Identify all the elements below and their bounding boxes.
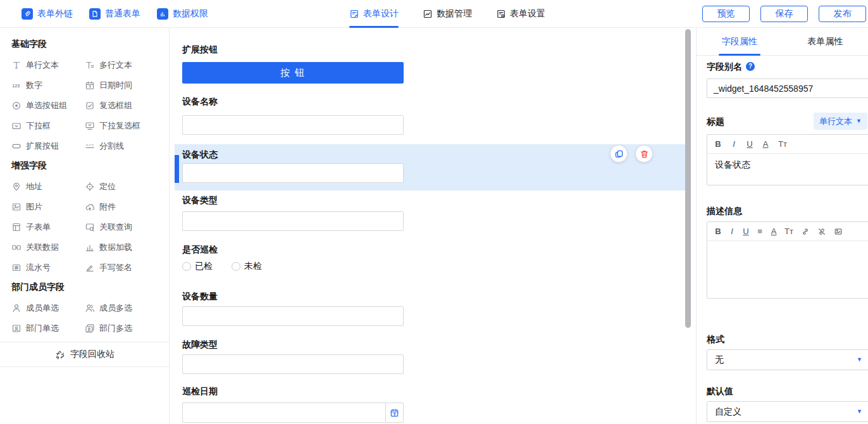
form-external-link-item[interactable]: 表单外链 <box>22 8 73 20</box>
default-value-select[interactable]: 自定义 ▼ <box>707 401 868 422</box>
underline-button[interactable]: U <box>743 227 749 236</box>
field-item-number[interactable]: 123数字 <box>10 75 84 96</box>
image-icon <box>11 202 22 212</box>
field-alias-label: 字段别名 <box>707 61 742 72</box>
unlink-icon[interactable] <box>817 227 826 236</box>
field-item-radio-group[interactable]: 单选按钮组 <box>10 96 84 116</box>
address-icon <box>11 182 22 192</box>
calendar-icon <box>390 408 399 418</box>
tab-form-design[interactable]: 表单设计 <box>349 0 399 28</box>
recycle-icon <box>54 349 65 360</box>
field-item-linked-data[interactable]: 关联数据 <box>10 237 84 258</box>
field-item-data-load[interactable]: 数据加载 <box>84 237 160 258</box>
chevron-down-icon: ▼ <box>856 118 862 124</box>
field-item-linked-query[interactable]: 关联查询 <box>84 217 160 237</box>
device-name-label: 设备名称 <box>182 95 218 108</box>
field-item-single-text[interactable]: 单行文本 <box>10 55 84 75</box>
device-type-input[interactable] <box>182 211 404 231</box>
tab-field-properties[interactable]: 字段属性 <box>697 28 783 55</box>
field-item-address[interactable]: 地址 <box>10 177 84 197</box>
radio-option-unchecked[interactable]: 未检 <box>232 261 262 272</box>
field-type-dropdown[interactable]: 单行文本 ▼ <box>814 113 867 130</box>
description-label: 描述信息 <box>707 205 742 216</box>
field-item-divider[interactable]: 分割线 <box>84 136 160 156</box>
description-editor[interactable]: B I U ≡ A Tᴛ <box>707 221 868 299</box>
text-multi-icon <box>85 60 95 70</box>
help-icon[interactable]: ? <box>746 62 755 71</box>
format-value: 无 <box>715 354 724 366</box>
topbar-left-group: 表单外链 普通表单 数据权限 <box>22 0 208 28</box>
insert-image-icon[interactable] <box>834 227 843 236</box>
field-item-serial[interactable]: 流水号 <box>10 258 84 278</box>
field-item-multi-text[interactable]: 多行文本 <box>84 55 160 75</box>
field-item-locate[interactable]: 定位 <box>84 177 160 197</box>
tab-data-manage[interactable]: 数据管理 <box>423 0 472 28</box>
title-editor[interactable]: B I U A Tᴛ 设备状态 <box>707 134 868 185</box>
device-name-input[interactable] <box>182 115 404 135</box>
field-alias-input[interactable]: _widget_1648452558957 <box>707 78 868 98</box>
ext-button-preview[interactable]: 按 钮 <box>182 62 404 84</box>
preview-button[interactable]: 预览 <box>702 6 750 22</box>
radio-option-checked[interactable]: 已检 <box>182 261 213 272</box>
member-single-icon <box>11 303 22 313</box>
data-permission-item[interactable]: 数据权限 <box>157 8 208 20</box>
copy-field-button[interactable] <box>611 146 627 162</box>
format-select[interactable]: 无 ▼ <box>707 349 868 370</box>
field-item-image[interactable]: 图片 <box>10 197 84 217</box>
field-item-subform[interactable]: 子表单 <box>10 217 84 237</box>
font-color-button[interactable]: A <box>762 139 769 149</box>
link-icon[interactable] <box>801 227 810 236</box>
description-editor-toolbar: B I U ≡ A Tᴛ <box>707 222 868 241</box>
device-status-input[interactable] <box>182 163 404 183</box>
radio-group-icon <box>11 101 22 111</box>
field-item-signature[interactable]: 手写签名 <box>84 258 160 278</box>
field-type-value: 单行文本 <box>819 116 852 127</box>
bold-button[interactable]: B <box>715 139 721 149</box>
delete-field-button[interactable] <box>636 146 652 162</box>
field-item-dept-single[interactable]: 部门单选 <box>10 318 84 339</box>
align-button[interactable]: ≡ <box>757 227 763 236</box>
fault-type-label: 故障类型 <box>182 338 218 351</box>
title-editor-toolbar: B I U A Tᴛ <box>707 135 868 154</box>
field-item-member-multi[interactable]: 成员多选 <box>84 298 160 318</box>
field-item-select[interactable]: 下拉框 <box>10 116 84 136</box>
field-item-datetime[interactable]: 日期时间 <box>84 75 160 96</box>
form-external-link-label: 表单外链 <box>37 8 73 20</box>
date-picker-addon[interactable] <box>385 403 403 422</box>
field-item-attachment[interactable]: 附件 <box>84 197 160 217</box>
fault-type-input[interactable] <box>182 354 404 374</box>
field-item-dept-multi[interactable]: 部门多选 <box>84 318 160 339</box>
font-color-button[interactable]: A <box>771 227 777 236</box>
publish-button[interactable]: 发布 <box>819 6 866 22</box>
font-size-button[interactable]: Tᴛ <box>784 227 793 236</box>
form-builder-app: 表单外链 普通表单 数据权限 表单设计 数据管理 表单设置 <box>0 0 868 424</box>
font-size-button[interactable]: Tᴛ <box>778 139 787 149</box>
italic-button[interactable]: I <box>729 227 735 236</box>
tab-form-properties[interactable]: 表单属性 <box>783 28 868 55</box>
canvas-scrollbar-thumb[interactable] <box>685 29 691 328</box>
inspect-date-text[interactable] <box>183 403 385 422</box>
save-button[interactable]: 保存 <box>760 6 808 22</box>
title-label: 标题 <box>707 116 724 127</box>
radio-circle-icon <box>182 262 191 271</box>
field-item-ext-button[interactable]: 扩展按钮 <box>10 136 84 156</box>
multi-select-icon <box>85 121 95 131</box>
data-load-icon <box>85 242 95 253</box>
field-recycle-bin[interactable]: 字段回收站 <box>0 342 169 367</box>
description-editor-content[interactable] <box>707 241 868 253</box>
field-item-multi-select[interactable]: 下拉复选框 <box>84 116 160 136</box>
tab-form-settings[interactable]: 表单设置 <box>496 0 545 28</box>
inspect-date-input[interactable] <box>182 402 404 423</box>
title-editor-content[interactable]: 设备状态 <box>707 154 868 177</box>
enhanced-fields-grid: 地址 定位 图片 附件 子表单 关联查询 关联数据 数据加载 流水号 手写签名 <box>10 177 160 278</box>
default-value-label: 默认值 <box>707 385 733 397</box>
bold-button[interactable]: B <box>715 227 721 236</box>
italic-button[interactable]: I <box>731 139 737 149</box>
normal-form-item[interactable]: 普通表单 <box>89 8 140 20</box>
field-item-checkbox-group[interactable]: 复选框组 <box>84 96 160 116</box>
device-count-input[interactable] <box>182 306 404 326</box>
underline-button[interactable]: U <box>747 139 753 149</box>
field-item-member-single[interactable]: 成员单选 <box>10 298 84 318</box>
number-icon: 123 <box>11 80 22 90</box>
button-ext-icon <box>11 141 22 151</box>
